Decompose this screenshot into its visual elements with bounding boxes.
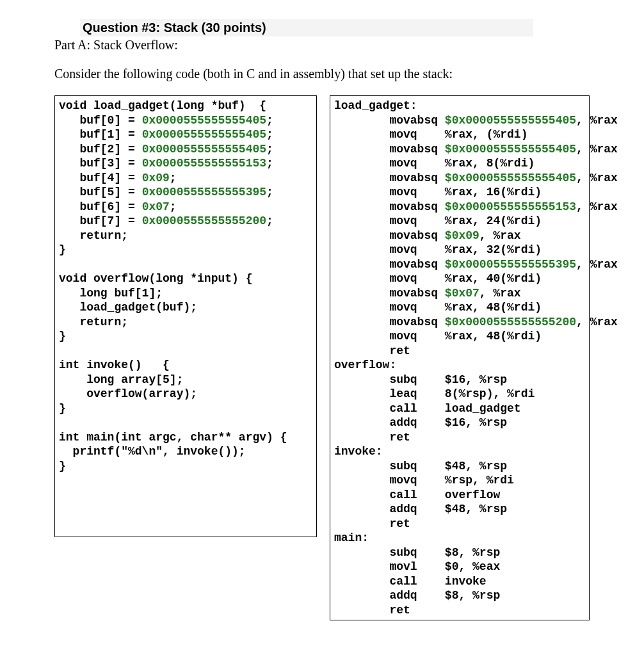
asm-line: , %rax: [576, 114, 618, 127]
page-root: Question #3: Stack (30 points) Part A: S…: [0, 0, 644, 671]
c-line: printf("%d\n", invoke());: [59, 445, 246, 458]
asm-line: call invoke: [334, 575, 487, 588]
c-line: long buf[1];: [59, 287, 163, 300]
hex-literal: $0x0000555555555405: [445, 172, 576, 184]
c-line: }: [59, 460, 66, 473]
c-line: buf[0] =: [59, 114, 142, 127]
hex-literal: 0x0000555555555200: [142, 214, 266, 227]
asm-line: load_gadget:: [334, 99, 417, 112]
c-line: ;: [170, 200, 177, 213]
asm-line: movabsq: [334, 229, 445, 242]
asm-line: addq $8, %rsp: [334, 589, 500, 602]
asm-line: movq %rax, 16(%rdi): [334, 186, 542, 198]
hex-literal: $0x07: [445, 287, 479, 300]
asm-line: movq %rax, 48(%rdi): [334, 301, 542, 314]
question-header: Question #3: Stack (30 points): [80, 19, 533, 36]
asm-line: invoke:: [334, 445, 383, 458]
c-line: buf[1] =: [59, 128, 142, 141]
asm-line: ret: [334, 431, 410, 444]
asm-line: , %rax: [576, 172, 618, 184]
intro-text: Consider the following code (both in C a…: [54, 67, 590, 81]
c-line: ;: [170, 172, 177, 184]
c-line: buf[7] =: [59, 214, 142, 227]
hex-literal: 0x0000555555555405: [142, 143, 266, 156]
asm-line: ret: [334, 344, 410, 357]
hex-literal: $0x0000555555555395: [445, 258, 576, 271]
c-line: overflow(array);: [59, 387, 197, 400]
hex-literal: $0x0000555555555153: [445, 200, 576, 213]
asm-line: , %rax: [479, 229, 521, 242]
asm-line: movabsq: [334, 258, 445, 271]
hex-literal: $0x09: [445, 229, 479, 242]
c-line: ;: [266, 128, 273, 141]
asm-code-box: load_gadget: movabsq $0x0000555555555405…: [330, 95, 590, 620]
c-line: ;: [266, 186, 273, 198]
asm-line: , %rax: [479, 287, 521, 300]
asm-line: movq %rax, 40(%rdi): [334, 272, 542, 285]
part-a-label: Part A: Stack Overflow:: [54, 38, 590, 53]
asm-line: movabsq: [334, 287, 445, 300]
asm-line: call load_gadget: [334, 402, 521, 415]
c-line: int main(int argc, char** argv) {: [59, 431, 287, 444]
asm-line: , %rax: [576, 200, 618, 213]
asm-line: , %rax: [576, 316, 618, 328]
asm-line: ret: [334, 517, 410, 530]
code-columns: void load_gadget(long *buf) { buf[0] = 0…: [54, 95, 590, 620]
c-line: buf[4] =: [59, 172, 142, 184]
asm-line: , %rax: [576, 143, 618, 156]
c-line: int invoke() {: [59, 359, 170, 371]
asm-line: main:: [334, 531, 369, 544]
c-line: }: [59, 243, 66, 256]
asm-line: movq %rax, 32(%rdi): [334, 243, 542, 256]
asm-line: , %rax: [576, 258, 618, 271]
hex-literal: 0x0000555555555405: [142, 128, 266, 141]
asm-line: movabsq: [334, 316, 445, 328]
c-line: return;: [59, 229, 128, 242]
c-line: ;: [266, 143, 273, 156]
hex-literal: 0x09: [142, 172, 170, 184]
hex-literal: 0x07: [142, 200, 170, 213]
c-line: ;: [266, 157, 273, 170]
asm-line: leaq 8(%rsp), %rdi: [334, 387, 535, 400]
asm-line: movabsq: [334, 200, 445, 213]
asm-line: movq %rsp, %rdi: [334, 474, 514, 487]
asm-line: movabsq: [334, 143, 445, 156]
asm-line: movq %rax, (%rdi): [334, 128, 527, 141]
hex-literal: 0x0000555555555405: [142, 114, 266, 127]
hex-literal: $0x0000555555555405: [445, 114, 576, 127]
c-line: load_gadget(buf);: [59, 301, 197, 314]
c-line: buf[5] =: [59, 186, 142, 198]
asm-line: addq $48, %rsp: [334, 503, 507, 515]
c-code: void load_gadget(long *buf) { buf[0] = 0…: [59, 99, 312, 473]
c-line: return;: [59, 316, 128, 328]
asm-line: addq $16, %rsp: [334, 416, 507, 429]
asm-line: ret: [334, 604, 410, 617]
hex-literal: $0x0000555555555200: [445, 316, 576, 328]
c-line: buf[2] =: [59, 143, 142, 156]
asm-line: movq %rax, 24(%rdi): [334, 214, 542, 227]
c-line: }: [59, 330, 66, 343]
asm-line: movabsq: [334, 172, 445, 184]
c-code-box: void load_gadget(long *buf) { buf[0] = 0…: [54, 95, 317, 537]
c-line: long array[5];: [59, 373, 183, 386]
asm-line: movabsq: [334, 114, 445, 127]
c-line: }: [59, 402, 66, 415]
asm-line: subq $16, %rsp: [334, 373, 507, 386]
asm-line: movl $0, %eax: [334, 560, 500, 573]
c-line: ;: [266, 214, 273, 227]
hex-literal: $0x0000555555555405: [445, 143, 576, 156]
asm-line: movq %rax, 8(%rdi): [334, 157, 535, 170]
hex-literal: 0x0000555555555395: [142, 186, 266, 198]
asm-line: subq $48, %rsp: [334, 460, 507, 473]
c-line: ;: [266, 114, 273, 127]
asm-line: subq $8, %rsp: [334, 546, 500, 559]
hex-literal: 0x0000555555555153: [142, 157, 266, 170]
c-line: void load_gadget(long *buf) {: [59, 99, 266, 112]
c-line: buf[3] =: [59, 157, 142, 170]
c-line: void overflow(long *input) {: [59, 272, 252, 285]
asm-line: overflow:: [334, 359, 396, 371]
asm-line: call overflow: [334, 489, 500, 501]
asm-line: movq %rax, 48(%rdi): [334, 330, 542, 343]
c-line: buf[6] =: [59, 200, 142, 213]
asm-code: load_gadget: movabsq $0x0000555555555405…: [334, 99, 585, 617]
